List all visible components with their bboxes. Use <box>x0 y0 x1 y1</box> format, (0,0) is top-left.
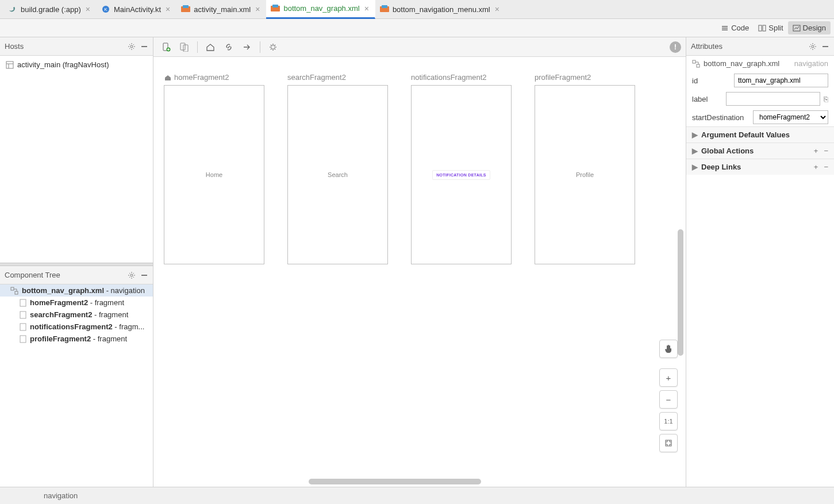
attr-startdest-row: startDestination homeFragment2 <box>686 108 834 126</box>
tab-bottom-nav-graph[interactable]: bottom_nav_graph.xml × <box>266 0 375 19</box>
component-tree-header: Component Tree <box>0 266 153 284</box>
view-code-label: Code <box>731 24 749 32</box>
view-code-button[interactable]: Code <box>716 21 754 34</box>
new-destination-button[interactable] <box>158 39 174 55</box>
xml-icon <box>271 4 280 13</box>
view-design-button[interactable]: Design <box>788 21 831 34</box>
warnings-badge[interactable]: ! <box>670 41 681 53</box>
fragment-card-profile[interactable]: profileFragment2 Profile <box>535 73 635 264</box>
fragment-card-search[interactable]: searchFragment2 Search <box>287 73 388 264</box>
vertical-scrollbar[interactable] <box>678 229 683 356</box>
more-icon[interactable]: ⎘ <box>824 95 828 103</box>
minimize-icon[interactable] <box>821 43 829 51</box>
close-icon[interactable]: × <box>84 5 91 14</box>
svg-rect-23 <box>183 45 188 52</box>
zoom-reset-button[interactable]: 1:1 <box>659 412 678 430</box>
auto-arrange-button[interactable] <box>265 39 281 55</box>
zoom-controls: + − 1:1 <box>659 340 678 452</box>
chevron-right-icon: ▶ <box>692 163 698 171</box>
remove-icon[interactable]: − <box>824 147 828 155</box>
tab-build-gradle[interactable]: build.gradle (:app) × <box>3 0 97 19</box>
component-tree-item[interactable]: homeFragment2 - fragment <box>0 297 153 309</box>
tab-mainactivity[interactable]: K MainActivity.kt × <box>97 0 176 19</box>
fragment-card-home[interactable]: homeFragment2 Home <box>164 73 264 264</box>
split-icon <box>758 24 766 32</box>
attr-id-label: id <box>692 76 731 85</box>
close-icon[interactable]: × <box>254 5 261 14</box>
xml-icon <box>380 5 389 14</box>
gear-icon[interactable] <box>128 271 136 279</box>
design-canvas[interactable]: homeFragment2 Home searchFragment2 Searc… <box>153 57 686 487</box>
svg-rect-16 <box>20 299 26 306</box>
minimize-icon[interactable] <box>140 43 148 51</box>
attributes-panel: Attributes bottom_nav_graph.xml navigati… <box>686 37 834 487</box>
attr-label-label: label <box>692 95 722 103</box>
section-global-actions[interactable]: ▶ Global Actions + − <box>686 143 834 159</box>
gear-icon[interactable] <box>809 43 817 51</box>
host-item[interactable]: activity_main (fragNavHost) <box>6 59 147 70</box>
attr-id-row: id <box>686 71 834 90</box>
view-mode-bar: Code Split Design <box>0 19 834 37</box>
close-icon[interactable]: × <box>494 5 501 14</box>
fragment-icon <box>20 311 26 319</box>
tab-label: MainActivity.kt <box>114 5 161 14</box>
svg-rect-3 <box>183 5 189 8</box>
svg-rect-22 <box>180 43 185 50</box>
notification-details-button: NOTIFICATION DETAILS <box>432 170 490 180</box>
start-home-icon <box>164 74 172 82</box>
add-icon[interactable]: + <box>814 147 818 155</box>
close-icon[interactable]: × <box>164 5 171 14</box>
component-tree-item[interactable]: searchFragment2 - fragment <box>0 309 153 321</box>
status-bar: navigation <box>0 487 834 504</box>
component-tree-item[interactable]: profileFragment2 - fragment <box>0 333 153 345</box>
status-mode: navigation <box>44 491 78 500</box>
editor-tabs: build.gradle (:app) × K MainActivity.kt … <box>0 0 834 19</box>
component-tree-root[interactable]: bottom_nav_graph.xml - navigation <box>0 284 153 297</box>
component-tree-item[interactable]: notificationsFragment2 - fragm... <box>0 321 153 333</box>
fragment-row: homeFragment2 Home searchFragment2 Searc… <box>153 57 686 280</box>
section-deep-links[interactable]: ▶ Deep Links + − <box>686 159 834 175</box>
add-icon[interactable]: + <box>814 163 818 171</box>
pan-button[interactable] <box>659 340 678 358</box>
tab-label: build.gradle (:app) <box>21 5 81 14</box>
view-split-button[interactable]: Split <box>754 21 787 34</box>
section-arg-defaults[interactable]: ▶ Argument Default Values <box>686 126 834 143</box>
view-design-label: Design <box>803 24 826 32</box>
close-icon[interactable]: × <box>363 4 370 13</box>
zoom-out-button[interactable]: − <box>659 390 678 409</box>
fragment-title: homeFragment2 <box>164 73 264 82</box>
svg-text:K: K <box>104 7 107 12</box>
horizontal-scrollbar[interactable] <box>309 479 481 484</box>
zoom-fit-button[interactable] <box>659 434 678 452</box>
fragment-preview: Profile <box>535 85 635 264</box>
zoom-in-button[interactable]: + <box>659 368 678 387</box>
svg-rect-24 <box>666 440 671 446</box>
hosts-title: Hosts <box>5 42 24 51</box>
attributes-file-row: bottom_nav_graph.xml navigation <box>686 56 834 71</box>
design-icon <box>793 24 801 32</box>
chevron-right-icon: ▶ <box>692 130 698 139</box>
layout-icon <box>6 61 14 69</box>
attr-label-input[interactable] <box>726 92 820 106</box>
action-button[interactable] <box>239 39 255 55</box>
attr-startdest-select[interactable]: homeFragment2 <box>753 110 828 124</box>
home-button[interactable] <box>202 39 218 55</box>
xml-icon <box>181 5 190 14</box>
svg-point-13 <box>130 274 133 276</box>
svg-rect-19 <box>20 336 26 343</box>
svg-rect-15 <box>15 291 18 294</box>
nested-graph-button[interactable] <box>176 39 193 55</box>
tab-label: bottom_navigation_menu.xml <box>393 5 490 14</box>
svg-rect-7 <box>382 5 387 8</box>
svg-rect-14 <box>11 287 14 290</box>
tab-bottom-navigation-menu[interactable]: bottom_navigation_menu.xml × <box>375 0 506 19</box>
fragment-card-notifications[interactable]: notificationsFragment2 NOTIFICATION DETA… <box>411 73 512 264</box>
remove-icon[interactable]: − <box>824 163 828 171</box>
attr-label-row: label ⎘ <box>686 90 834 108</box>
svg-rect-17 <box>20 311 26 318</box>
minimize-icon[interactable] <box>140 271 148 279</box>
deeplink-button[interactable] <box>221 39 237 55</box>
attr-id-input[interactable] <box>734 74 828 87</box>
tab-activity-main-xml[interactable]: activity_main.xml × <box>176 0 266 19</box>
gear-icon[interactable] <box>128 43 136 51</box>
